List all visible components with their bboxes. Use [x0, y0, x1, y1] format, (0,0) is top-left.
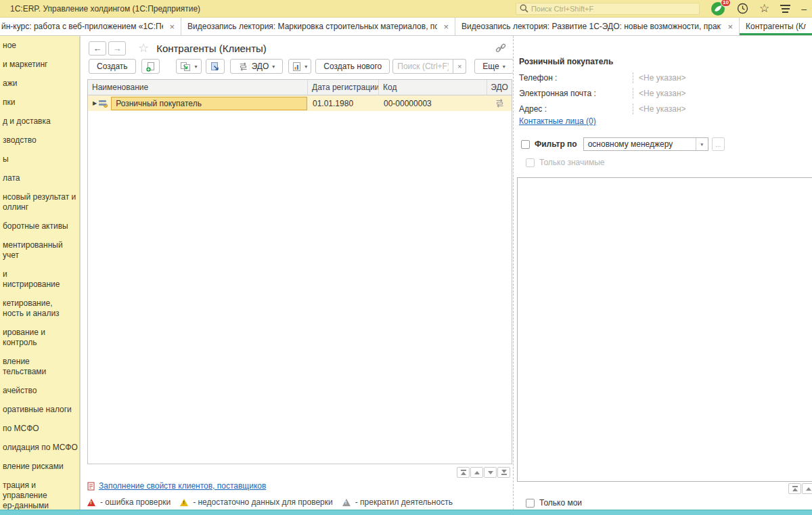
favorite-star-icon[interactable]: ☆ — [138, 42, 149, 54]
close-icon[interactable]: × — [727, 22, 733, 31]
chevron-down-icon: ▾ — [503, 64, 505, 70]
scroll-up-button[interactable] — [470, 467, 483, 478]
chevron-down-icon: ▾ — [304, 64, 307, 70]
sidebar-item[interactable]: вление тельствами — [3, 357, 78, 377]
sidebar-item[interactable]: ажи — [3, 79, 78, 89]
sidebar-item[interactable]: ирование и контроль — [3, 328, 78, 348]
sidebar-item[interactable]: ачейство — [3, 386, 78, 396]
sidebar-item[interactable]: кетирование, ность и анализ — [3, 298, 78, 319]
fill-properties-link[interactable]: Заполнение свойств клиентов, поставщиков — [99, 481, 266, 491]
titlebar: 1C:ERP. Управление холдингом (1С:Предпри… — [0, 0, 812, 18]
get-link-icon[interactable] — [495, 43, 506, 55]
clear-search-button[interactable]: × — [453, 59, 466, 74]
history-icon[interactable] — [737, 3, 748, 14]
filter-checkbox[interactable] — [521, 140, 530, 149]
counterparty-table: Наименование Дата регистрации Код ЭДО ▶ … — [87, 79, 512, 464]
field-value[interactable]: <Не указан> — [633, 72, 804, 83]
bulk-change-button[interactable] — [206, 59, 225, 74]
only-significant-checkbox[interactable] — [526, 158, 535, 167]
sidebar-item[interactable]: оративные налоги — [3, 405, 78, 415]
details-scroll-buttons — [788, 483, 812, 494]
edo-menu-button[interactable]: ЭДО ▾ — [230, 59, 284, 74]
column-header-name[interactable]: Наименование — [88, 80, 308, 95]
more-button[interactable]: Еще ▾ — [474, 59, 513, 74]
create-new-button[interactable]: Создать нового — [315, 59, 390, 74]
close-icon[interactable]: × — [443, 22, 449, 31]
sidebar-item[interactable]: нсовый результат и оллинг — [3, 192, 78, 212]
expand-row-icon[interactable]: ▶ — [93, 100, 97, 106]
sidebar-item[interactable]: ментированный учет — [3, 240, 78, 261]
sidebar-item[interactable]: ы — [3, 154, 78, 164]
copy-dropdown-button[interactable]: ▾ — [176, 59, 202, 74]
sidebar-item[interactable]: трация и управление ер-данными — [3, 480, 78, 510]
create-group-button[interactable] — [141, 59, 160, 74]
sidebar-item[interactable]: зводство — [3, 135, 78, 145]
chevron-down-icon: ▾ — [195, 64, 198, 70]
footer-link-row: Заполнение свойств клиентов, поставщиков — [87, 481, 266, 491]
forward-button[interactable]: → — [108, 41, 126, 55]
column-header-edo[interactable]: ЭДО — [487, 80, 512, 95]
details-panel: Розничный покупатель Телефон : <Не указа… — [513, 36, 812, 510]
tab-online-course[interactable]: йн-курс: работа с веб-приложением «1С:Пе… — [0, 18, 181, 35]
details-scroll-first-button[interactable] — [788, 483, 801, 494]
app-title: 1C:ERP. Управление холдингом (1С:Предпри… — [10, 4, 200, 14]
sidebar-item[interactable]: и нистрирование — [3, 269, 78, 290]
assistant-bot-icon[interactable]: 10 — [710, 1, 726, 16]
chevron-down-icon[interactable]: ▾ — [696, 138, 708, 150]
close-icon[interactable]: × — [169, 22, 175, 31]
error-warning-icon — [87, 499, 95, 506]
list-search-box: × — [392, 59, 466, 74]
tab-lecture-edo[interactable]: Видеозапись лектория: Развитие 1С-ЭДО: н… — [455, 18, 740, 35]
filter-label: Фильтр по — [535, 139, 577, 149]
sidebar-item[interactable]: и маркетинг — [3, 60, 78, 70]
sidebar-item[interactable]: вление рисками — [3, 462, 78, 472]
tab-lecture-marking[interactable]: Видеозапись лектория: Маркировка строите… — [181, 18, 455, 35]
sidebar-item[interactable]: пки — [3, 97, 78, 108]
sidebar-item[interactable]: по МСФО — [3, 424, 78, 434]
chevron-down-icon: ▾ — [272, 64, 275, 70]
counterparty-icon — [99, 99, 108, 107]
filter-combobox-value: основному менеджеру — [584, 138, 696, 150]
field-row-phone: Телефон : <Не указан> — [519, 70, 804, 85]
field-label: Адрес : — [519, 104, 633, 114]
scroll-first-button[interactable] — [457, 467, 470, 478]
main-menu-icon[interactable] — [780, 5, 790, 13]
sidebar-item[interactable]: ное — [3, 41, 78, 51]
sidebar-item[interactable]: олидация по МСФО — [3, 443, 78, 453]
ceased-activity-icon — [342, 499, 351, 506]
minimize-icon[interactable]: – — [801, 3, 807, 14]
only-mine-label: Только мои — [539, 498, 582, 508]
row-name-cell[interactable]: Розничный покупатель — [111, 97, 307, 110]
reports-dropdown-button[interactable]: ▾ — [288, 59, 311, 74]
field-value[interactable]: <Не указан> — [633, 104, 804, 114]
filter-combobox[interactable]: основному менеджеру ▾ — [583, 137, 708, 151]
global-search-input[interactable] — [531, 5, 696, 13]
favorites-icon[interactable]: ☆ — [759, 3, 769, 14]
sidebar-item[interactable]: д и доставка — [3, 116, 78, 127]
create-button[interactable]: Создать — [89, 59, 136, 74]
global-search-box[interactable] — [516, 3, 700, 15]
list-search-input[interactable] — [392, 59, 453, 74]
search-icon — [520, 4, 528, 13]
column-header-code[interactable]: Код — [379, 80, 487, 95]
details-scroll-up-button[interactable] — [802, 483, 812, 494]
titlebar-actions: 10 ☆ – — [516, 1, 807, 16]
table-scroll-buttons — [457, 467, 510, 478]
cell-name: ▶ Розничный покупатель — [88, 95, 308, 111]
sidebar-item[interactable]: лата — [3, 173, 78, 183]
field-value[interactable]: <Не указан> — [633, 88, 804, 99]
page-title: Контрагенты (Клиенты) — [156, 43, 267, 54]
column-header-reg-date[interactable]: Дата регистрации — [308, 80, 379, 95]
back-button[interactable]: ← — [89, 41, 106, 55]
scroll-last-button[interactable] — [497, 467, 510, 478]
app-window: 1C:ERP. Управление холдингом (1С:Предпри… — [0, 0, 812, 515]
scroll-down-button[interactable] — [484, 467, 497, 478]
only-mine-checkbox[interactable] — [526, 499, 535, 508]
active-tab-indicator — [740, 33, 812, 35]
sidebar-item[interactable]: боротные активы — [3, 221, 78, 231]
tab-counterparties[interactable]: Контрагенты (Клиен — [740, 18, 812, 35]
table-row[interactable]: ▶ Розничный покупатель 01.01.1980 00-000… — [88, 95, 512, 111]
contact-persons-link[interactable]: Контактные лица (0) — [519, 116, 596, 126]
filter-options-button[interactable]: ... — [712, 137, 725, 151]
edo-exchange-icon — [238, 62, 248, 71]
